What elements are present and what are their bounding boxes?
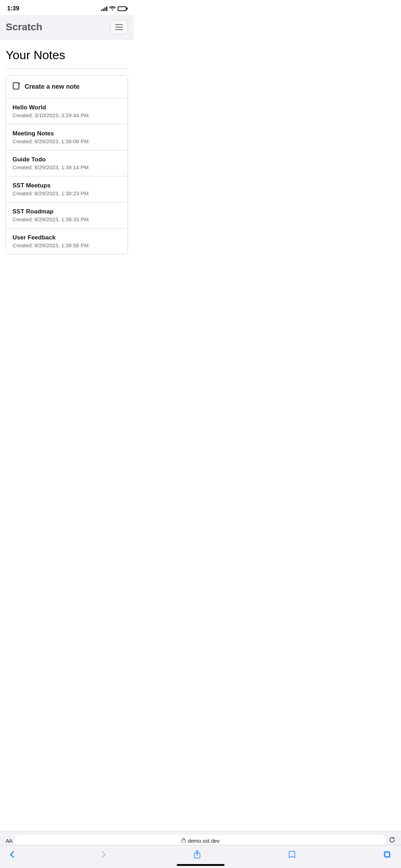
nav-header: Scratch [0,15,134,40]
app-title: Scratch [6,21,42,33]
signal-icon [101,6,107,11]
menu-icon-line1 [115,24,123,25]
menu-button[interactable] [110,20,128,34]
note-date: Created: 8/29/2023, 1:38:56 PM [12,242,121,248]
note-item[interactable]: SST Meetups Created: 8/29/2023, 1:38:23 … [6,176,128,202]
wifi-icon [109,6,115,11]
divider [6,68,128,69]
note-date: Created: 8/29/2023, 1:38:14 PM [12,164,121,170]
note-date: Created: 8/29/2023, 1:38:23 PM [12,190,121,196]
note-title: Guide Todo [12,156,121,163]
menu-icon-line3 [115,29,123,30]
note-title: Hello World [12,104,121,111]
page-content: Your Notes Create a new note Hello World… [0,40,134,260]
note-date: Created: 8/29/2023, 1:38:08 PM [12,138,121,144]
note-title: SST Roadmap [12,208,121,215]
status-time: 1:39 [7,5,19,12]
svg-rect-0 [13,83,19,89]
note-title: User Feedback [12,234,121,241]
menu-icon-line2 [115,27,123,27]
note-item[interactable]: Guide Todo Created: 8/29/2023, 1:38:14 P… [6,150,128,176]
note-item[interactable]: SST Roadmap Created: 8/29/2023, 1:38:33 … [6,202,128,228]
status-icons [101,6,127,11]
notes-list: Create a new note Hello World Created: 3… [6,75,128,254]
note-date: Created: 3/10/2023, 3:29:44 PM [12,112,121,118]
create-note-label: Create a new note [25,83,79,91]
status-bar: 1:39 [0,0,134,15]
page-title: Your Notes [6,48,128,62]
notes-container: Hello World Created: 3/10/2023, 3:29:44 … [6,98,128,254]
note-title: SST Meetups [12,182,121,189]
note-item[interactable]: Meeting Notes Created: 8/29/2023, 1:38:0… [6,124,128,150]
note-title: Meeting Notes [12,130,121,137]
note-item[interactable]: User Feedback Created: 8/29/2023, 1:38:5… [6,228,128,254]
create-note-button[interactable]: Create a new note [6,76,128,98]
note-item[interactable]: Hello World Created: 3/10/2023, 3:29:44 … [6,98,128,124]
battery-icon [118,6,127,11]
note-date: Created: 8/29/2023, 1:38:33 PM [12,216,121,222]
create-note-icon [12,82,20,92]
